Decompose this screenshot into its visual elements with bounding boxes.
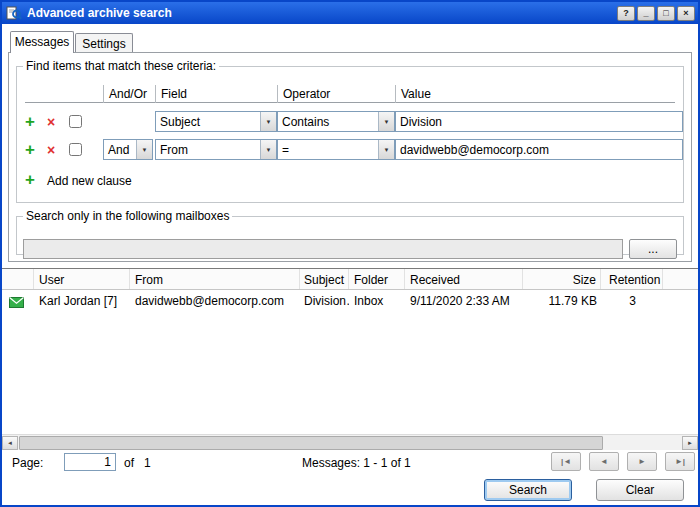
total-pages: 1	[144, 456, 151, 470]
clear-button[interactable]: Clear	[596, 479, 684, 501]
last-page-button[interactable]: ►|	[665, 452, 695, 471]
page-number-input[interactable]	[64, 453, 116, 471]
header-received[interactable]: Received	[405, 269, 523, 289]
add-clause-icon[interactable]: +	[25, 113, 35, 130]
cell-size: 11.79 KB	[523, 290, 601, 310]
horizontal-scrollbar[interactable]: ◄ ►	[2, 434, 698, 450]
delete-clause-icon[interactable]: ×	[47, 115, 55, 129]
andor-select[interactable]: And ▼	[103, 139, 153, 160]
advanced-archive-search-window: Advanced archive search ? _ □ × Messages…	[0, 0, 700, 507]
maximize-icon[interactable]: □	[657, 6, 675, 21]
cell-filler	[663, 290, 698, 310]
criteria-row: + × And ▼ From ▼ = ▼	[25, 139, 675, 163]
field-select-value: From	[156, 140, 260, 159]
chevron-down-icon: ▼	[378, 112, 394, 131]
cell-folder: Inbox	[349, 290, 405, 310]
operator-select-value: =	[278, 140, 378, 159]
cell-retention: 3	[601, 290, 663, 310]
andor-select-value: And	[104, 140, 136, 159]
mailboxes-group: Search only in the following mailboxes .…	[16, 209, 684, 255]
operator-select[interactable]: = ▼	[277, 139, 395, 160]
header-subject[interactable]: Subject	[300, 269, 349, 289]
pager-bar: Page: of 1 Messages: 1 - 1 of 1 |◄ ◄ ► ►…	[2, 451, 698, 475]
window-controls: ? _ □ ×	[617, 6, 695, 21]
field-select-value: Subject	[156, 112, 260, 131]
clause-checkbox[interactable]	[69, 115, 82, 128]
cell-received: 9/11/2020 2:33 AM	[405, 290, 523, 310]
messages-tab-page: Find items that match these criteria: An…	[8, 52, 692, 262]
criteria-grid-header: And/Or Field Operator Value	[25, 85, 675, 103]
chevron-down-icon: ▼	[260, 112, 276, 131]
cell-user: Karl Jordan [7]	[34, 290, 130, 310]
delete-clause-icon[interactable]: ×	[47, 143, 55, 157]
mail-icon	[2, 290, 34, 310]
criteria-row: + × Subject ▼ Contains ▼	[25, 111, 675, 135]
scroll-left-icon[interactable]: ◄	[2, 436, 18, 450]
page-label: Page:	[12, 456, 43, 470]
header-from[interactable]: From	[130, 269, 300, 289]
help-icon[interactable]: ?	[617, 6, 635, 21]
chevron-down-icon: ▼	[260, 140, 276, 159]
header-andor: And/Or	[103, 85, 155, 103]
criteria-group-title: Find items that match these criteria:	[23, 59, 219, 73]
header-field: Field	[155, 85, 277, 103]
add-clause-icon[interactable]: +	[25, 141, 35, 158]
cell-from: davidwebb@democorp.com	[130, 290, 300, 310]
header-icon-column[interactable]	[2, 269, 34, 289]
value-input[interactable]	[395, 139, 683, 160]
tab-messages[interactable]: Messages	[10, 31, 74, 53]
minimize-icon[interactable]: _	[637, 6, 655, 21]
header-value: Value	[395, 85, 683, 103]
header-user[interactable]: User	[34, 269, 130, 289]
mailboxes-group-title: Search only in the following mailboxes	[23, 209, 232, 223]
scrollbar-thumb[interactable]	[19, 436, 603, 450]
browse-mailboxes-button[interactable]: ...	[629, 239, 677, 259]
header-folder[interactable]: Folder	[349, 269, 405, 289]
first-page-button[interactable]: |◄	[551, 452, 581, 471]
header-size[interactable]: Size	[523, 269, 601, 289]
chevron-down-icon: ▼	[136, 140, 152, 159]
value-input[interactable]	[395, 111, 683, 132]
header-operator: Operator	[277, 85, 395, 103]
titlebar[interactable]: Advanced archive search ? _ □ ×	[2, 2, 698, 24]
cell-subject: Division…	[300, 290, 349, 310]
tab-settings[interactable]: Settings	[75, 33, 133, 52]
header-retention[interactable]: Retention	[601, 269, 663, 289]
app-icon	[6, 5, 22, 21]
result-row[interactable]: Karl Jordan [7] davidwebb@democorp.com D…	[2, 290, 698, 310]
previous-page-button[interactable]: ◄	[589, 452, 619, 471]
next-page-button[interactable]: ►	[627, 452, 657, 471]
results-list: User From Subject Folder Received Size R…	[2, 268, 698, 434]
add-clause-icon[interactable]: +	[25, 171, 35, 188]
of-label: of	[124, 456, 134, 470]
messages-count: Messages: 1 - 1 of 1	[302, 456, 411, 470]
search-button[interactable]: Search	[484, 479, 572, 501]
mailboxes-input[interactable]	[23, 239, 623, 259]
criteria-group: Find items that match these criteria: An…	[16, 59, 684, 203]
header-filler	[663, 269, 698, 289]
operator-select-value: Contains	[278, 112, 378, 131]
results-header: User From Subject Folder Received Size R…	[2, 269, 698, 290]
clause-checkbox[interactable]	[69, 143, 82, 156]
add-new-clause-link[interactable]: Add new clause	[47, 174, 132, 188]
field-select[interactable]: From ▼	[155, 139, 277, 160]
operator-select[interactable]: Contains ▼	[277, 111, 395, 132]
close-icon[interactable]: ×	[677, 6, 695, 21]
window-title: Advanced archive search	[27, 6, 612, 20]
scroll-right-icon[interactable]: ►	[682, 436, 698, 450]
chevron-down-icon: ▼	[378, 140, 394, 159]
field-select[interactable]: Subject ▼	[155, 111, 277, 132]
